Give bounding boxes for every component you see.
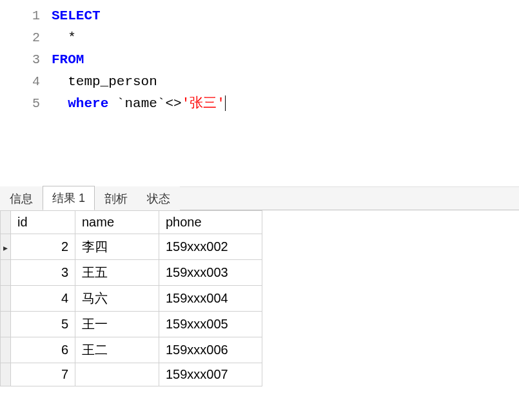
- row-selector[interactable]: [1, 234, 11, 260]
- tab-1[interactable]: 结果 1: [43, 186, 95, 210]
- code-line[interactable]: 1SELECT: [0, 5, 519, 27]
- cell-name[interactable]: 王二: [75, 337, 159, 363]
- sql-editor[interactable]: 1SELECT2 *3FROM4 temp_person5 where `nam…: [0, 0, 519, 187]
- row-selector[interactable]: [1, 363, 11, 386]
- cell-id[interactable]: 5: [11, 312, 75, 337]
- cell-name[interactable]: 王五: [75, 260, 159, 286]
- table-row[interactable]: 6王二159xxx006: [1, 337, 262, 363]
- column-header-name[interactable]: name: [75, 211, 159, 234]
- line-number: 2: [0, 27, 52, 49]
- code-text[interactable]: *: [52, 27, 76, 49]
- line-number: 3: [0, 49, 52, 71]
- row-selector[interactable]: [1, 286, 11, 312]
- cell-phone[interactable]: 159xxx004: [159, 286, 262, 312]
- code-text[interactable]: SELECT: [52, 5, 101, 27]
- cell-phone[interactable]: 159xxx003: [159, 260, 262, 286]
- code-text[interactable]: where `name`<>'张三': [52, 93, 226, 115]
- cell-phone[interactable]: 159xxx006: [159, 337, 262, 363]
- row-selector[interactable]: [1, 337, 11, 363]
- table-row[interactable]: 3王五159xxx003: [1, 260, 262, 286]
- code-line[interactable]: 5 where `name`<>'张三': [0, 93, 519, 115]
- cell-phone[interactable]: 159xxx005: [159, 312, 262, 337]
- code-text[interactable]: FROM: [52, 49, 84, 71]
- line-number: 5: [0, 93, 52, 115]
- cell-id[interactable]: 3: [11, 260, 75, 286]
- result-tabs: 信息结果 1剖析状态: [0, 187, 519, 210]
- tab-3[interactable]: 状态: [137, 186, 180, 210]
- table-row[interactable]: 2李四159xxx002: [1, 234, 262, 260]
- cell-id[interactable]: 2: [11, 234, 75, 260]
- tab-0[interactable]: 信息: [0, 186, 43, 210]
- results-table[interactable]: idnamephone 2李四159xxx0023王五159xxx0034马六1…: [0, 210, 262, 386]
- code-line[interactable]: 2 *: [0, 27, 519, 49]
- code-text[interactable]: temp_person: [52, 71, 157, 93]
- column-header-phone[interactable]: phone: [159, 211, 262, 234]
- column-header-id[interactable]: id: [11, 211, 75, 234]
- cell-name[interactable]: [75, 363, 159, 386]
- table-row[interactable]: 5王一159xxx005: [1, 312, 262, 337]
- row-selector[interactable]: [1, 260, 11, 286]
- code-line[interactable]: 3FROM: [0, 49, 519, 71]
- cell-phone[interactable]: 159xxx007: [159, 363, 262, 386]
- row-selector[interactable]: [1, 312, 11, 337]
- row-selector-header: [1, 211, 11, 234]
- table-row[interactable]: 4马六159xxx004: [1, 286, 262, 312]
- line-number: 4: [0, 71, 52, 93]
- results-panel: idnamephone 2李四159xxx0023王五159xxx0034马六1…: [0, 210, 519, 386]
- cell-phone[interactable]: 159xxx002: [159, 234, 262, 260]
- tab-2[interactable]: 剖析: [95, 186, 137, 210]
- text-cursor: [225, 95, 226, 111]
- cell-id[interactable]: 6: [11, 337, 75, 363]
- cell-id[interactable]: 7: [11, 363, 75, 386]
- line-number: 1: [0, 5, 52, 27]
- code-line[interactable]: 4 temp_person: [0, 71, 519, 93]
- cell-name[interactable]: 王一: [75, 312, 159, 337]
- cell-name[interactable]: 李四: [75, 234, 159, 260]
- table-row[interactable]: 7159xxx007: [1, 363, 262, 386]
- cell-id[interactable]: 4: [11, 286, 75, 312]
- cell-name[interactable]: 马六: [75, 286, 159, 312]
